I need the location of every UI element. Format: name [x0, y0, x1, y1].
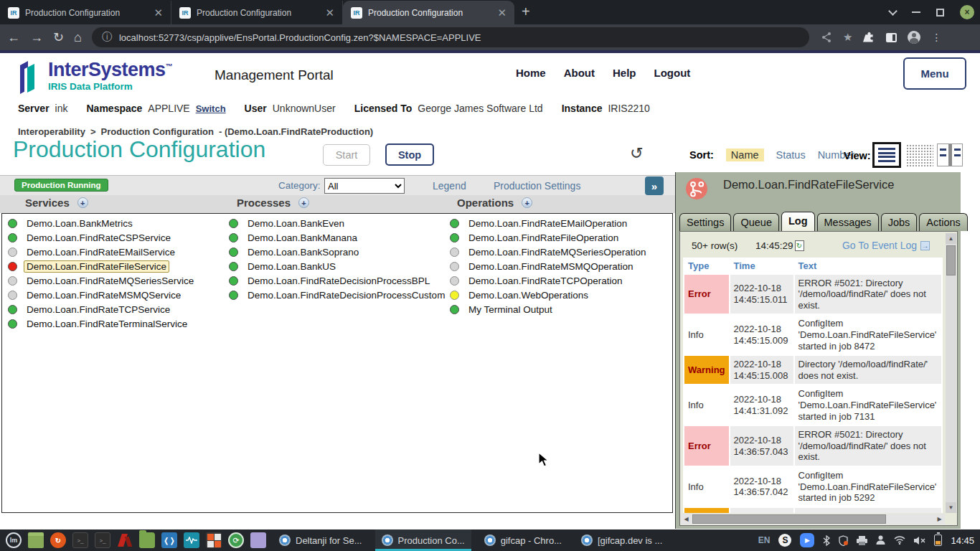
log-row[interactable]: Warning 2022-10-18 14:45:15.008 Director… [684, 356, 941, 384]
log-row[interactable]: Error 2022-10-18 14:45:15.011 ERROR #502… [684, 275, 941, 314]
horizontal-scroll-thumb[interactable] [692, 514, 886, 524]
status-dot[interactable] [8, 262, 17, 271]
clock[interactable]: 14:45 [951, 535, 974, 546]
config-item-label[interactable]: Demo.Loan.FindRateTCPOperation [466, 275, 626, 287]
scroll-left-icon[interactable]: ◀ [681, 514, 692, 524]
status-dot[interactable] [229, 219, 238, 228]
status-dot[interactable] [450, 219, 459, 228]
printer-icon[interactable] [857, 536, 867, 545]
masthead-nav-link[interactable]: About [564, 67, 595, 79]
status-dot[interactable] [450, 305, 459, 314]
battery-icon[interactable] [934, 534, 942, 546]
side-panel-icon[interactable] [886, 33, 897, 42]
log-row[interactable]: Info 2022-10-18 14:45:15.009 ConfigItem … [684, 315, 941, 354]
status-dot[interactable] [450, 262, 459, 271]
status-dot[interactable] [450, 248, 459, 257]
log-refresh-icon[interactable]: ↻ [795, 240, 804, 251]
status-dot[interactable] [8, 248, 17, 257]
sort-option[interactable]: Name [726, 149, 764, 161]
browser-tab[interactable]: IR Production Configuration ✕ [171, 1, 343, 24]
panel-tab[interactable]: Log [781, 212, 815, 231]
status-dot[interactable] [229, 291, 238, 300]
status-dot[interactable] [450, 276, 459, 286]
config-item-label[interactable]: Demo.Loan.FindRateFileService [24, 260, 169, 273]
config-item-label[interactable]: Demo.Loan.FindRateTerminalService [24, 318, 190, 330]
legend-link[interactable]: Legend [433, 180, 466, 192]
log-row[interactable]: Info 2022-10-18 14:41:31.092 ConfigItem … [684, 385, 941, 425]
vertical-scroll-thumb[interactable] [946, 245, 956, 276]
status-dot[interactable] [450, 233, 459, 242]
timeshift-icon[interactable]: ⟳ [228, 532, 244, 548]
status-dot[interactable] [8, 219, 17, 228]
browser-tab[interactable]: IR Production Configuration ✕ [343, 1, 514, 24]
user-icon[interactable] [876, 535, 885, 545]
log-col-time[interactable]: Time [730, 259, 793, 273]
config-item-label[interactable]: Demo.Loan.BankManana [245, 232, 360, 244]
info-icon[interactable]: ⓘ [102, 31, 112, 44]
config-item-label[interactable]: Demo.Loan.FindRateCSPService [24, 232, 174, 244]
update-manager-icon[interactable]: ↻ [50, 532, 66, 548]
media-recorder-icon[interactable] [184, 532, 199, 548]
status-dot[interactable] [8, 276, 17, 286]
skype-icon[interactable]: S [778, 534, 791, 547]
log-col-text[interactable]: Text [795, 259, 941, 273]
log-row[interactable]: Warning 2022-10-18 14:36:57.041 Director… [684, 508, 941, 513]
config-item-label[interactable]: Demo.Loan.FindRateMQSeriesOperation [466, 246, 649, 258]
status-dot[interactable] [229, 276, 238, 286]
bookmark-star-icon[interactable]: ★ [843, 31, 852, 44]
status-dot[interactable] [8, 291, 17, 300]
volume-muted-icon[interactable] [914, 536, 925, 545]
tab-close-icon[interactable]: ✕ [495, 7, 509, 18]
close-window-icon[interactable]: × [960, 5, 974, 19]
status-dot[interactable] [8, 305, 17, 314]
notes-icon[interactable] [250, 532, 266, 548]
add-operation-icon[interactable]: + [522, 197, 532, 208]
production-settings-link[interactable]: Production Settings [494, 180, 580, 192]
start-button[interactable]: Start [323, 144, 370, 166]
category-select[interactable]: All [324, 178, 405, 194]
wifi-icon[interactable] [894, 536, 905, 545]
config-item-label[interactable]: Demo.Loan.FindRateEMailService [24, 246, 178, 258]
breadcrumb-page[interactable]: Production Configuration [101, 126, 214, 137]
status-dot[interactable] [229, 262, 238, 271]
config-item-label[interactable]: Demo.Loan.FindRateDecisionProcessBPL [245, 275, 433, 287]
config-item-label[interactable]: Demo.Loan.FindRateEMailOperation [466, 217, 630, 230]
vertical-scrollbar[interactable]: ▲ ▼ [946, 233, 956, 513]
terminal-root-icon[interactable]: >_ [95, 532, 110, 548]
config-item-label[interactable]: Demo.Loan.FindRateTCPService [24, 303, 173, 316]
red-app-icon[interactable] [117, 532, 133, 548]
language-indicator[interactable]: EN [758, 535, 771, 545]
config-item-label[interactable]: Demo.Loan.BankMetrics [24, 217, 136, 230]
panel-tab[interactable]: Settings [679, 213, 731, 231]
config-item-label[interactable]: Demo.Loan.FindRateDecisionProcessCustom [245, 289, 448, 301]
masthead-nav-link[interactable]: Home [516, 67, 546, 79]
forward-icon[interactable]: → [30, 31, 43, 44]
shield-icon[interactable] [839, 535, 848, 546]
panel-tab[interactable]: Messages [817, 213, 879, 231]
browser-menu-icon[interactable]: ⋮ [931, 32, 941, 43]
log-row[interactable]: Error 2022-10-18 14:36:57.043 ERROR #502… [684, 426, 941, 466]
status-dot[interactable] [229, 248, 238, 257]
panel-tab[interactable]: Actions [919, 213, 968, 231]
scroll-up-icon[interactable]: ▲ [946, 233, 956, 244]
config-item-label[interactable]: Demo.Loan.WebOperations [466, 289, 591, 301]
switch-link[interactable]: Switch [196, 103, 226, 114]
tab-close-icon[interactable]: ✕ [151, 7, 165, 18]
status-dot[interactable] [8, 233, 17, 242]
reload-icon[interactable]: ↻ [53, 31, 64, 44]
view-list-icon[interactable] [872, 142, 901, 168]
view-split-icon[interactable] [937, 143, 963, 166]
share-icon[interactable] [821, 32, 832, 43]
taskbar-window-button[interactable]: gifcap - Chro... [478, 529, 568, 551]
bluetooth-icon[interactable] [823, 535, 830, 546]
log-col-type[interactable]: Type [684, 259, 729, 273]
config-item-label[interactable]: Demo.Loan.FindRateMQSeriesService [24, 275, 197, 287]
extensions-puzzle-icon[interactable] [863, 32, 875, 44]
home-icon[interactable]: ⌂ [74, 31, 82, 44]
log-row[interactable]: Info 2022-10-18 14:36:57.042 ConfigItem … [684, 467, 941, 507]
tab-close-icon[interactable]: ✕ [323, 7, 336, 18]
vscode-icon[interactable]: ❬❭ [161, 532, 177, 548]
sort-option[interactable]: Status [776, 149, 806, 161]
back-icon[interactable]: ← [7, 31, 20, 44]
horizontal-scrollbar[interactable]: ◀ ▶ [681, 514, 945, 524]
